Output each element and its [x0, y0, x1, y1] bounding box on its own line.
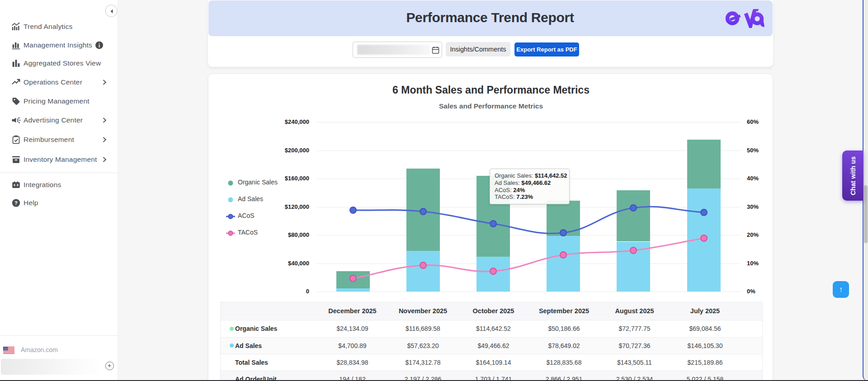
svg-text:?: ? — [14, 200, 18, 205]
